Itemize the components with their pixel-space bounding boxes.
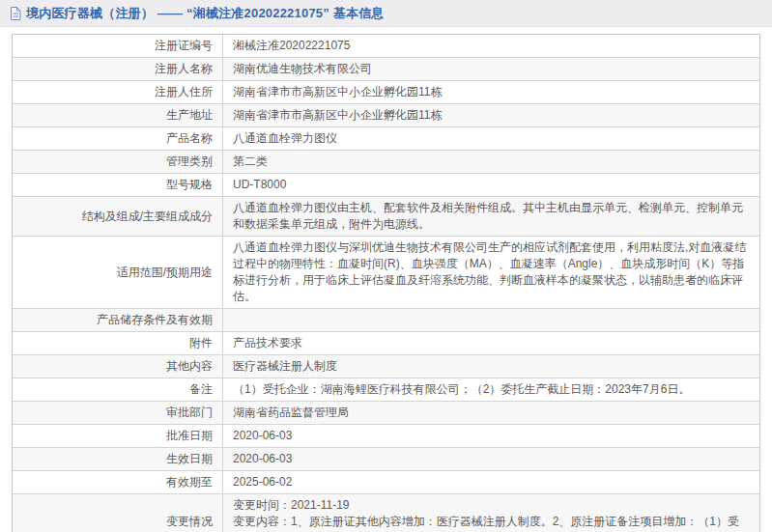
row-label-cell: 适用范围/预期用途: [13, 237, 223, 308]
table-row: 有效期至 2025-06-02: [13, 471, 759, 494]
row-value: 八通道血栓弹力图仪: [223, 127, 759, 150]
row-label: 变更情况: [166, 514, 213, 530]
row-label: 审批部门: [166, 405, 213, 421]
row-label: 生效日期: [166, 451, 213, 467]
row-value: 八通道血栓弹力图仪与深圳优迪生物技术有限公司生产的相应试剂配套使用，利用粘度法,…: [223, 237, 759, 308]
row-label-cell: 有效期至: [13, 471, 223, 493]
row-label-cell: 管理类别: [13, 151, 223, 173]
table-row: 其他内容 医疗器械注册人制度: [13, 355, 759, 378]
registration-info-table: 注册证编号 湘械注准20202221075 注册人名称 湖南优迪生物技术有限公司…: [12, 34, 760, 532]
row-label-cell: 注册证编号: [13, 35, 223, 57]
table-row: 结构及组成/主要组成成分 八通道血栓弹力图仪由主机、配套软件及相关附件组成。其中…: [13, 197, 759, 237]
row-label: 备注: [189, 381, 213, 398]
row-value: 2025-06-02: [223, 471, 759, 493]
row-value: 湖南优迪生物技术有限公司: [223, 58, 759, 80]
row-label: 产品名称: [166, 130, 213, 147]
row-label-cell: 附件: [13, 332, 223, 354]
row-label: 结构及组成/主要组成成分: [82, 209, 213, 225]
table-row: 备注 （1）受托企业：湖南海鲤医疗科技有限公司；（2）委托生产截止日期：2023…: [13, 378, 759, 402]
row-value: 2020-06-03: [223, 425, 759, 447]
row-value: 湖南省药品监督管理局: [223, 402, 759, 424]
row-label-cell: 审批部门: [13, 402, 223, 424]
row-value: 2020-06-03: [223, 448, 759, 470]
row-label: 批准日期: [166, 428, 213, 444]
table-row: 注册人住所 湖南省津市市高新区中小企业孵化园11栋: [13, 81, 759, 104]
row-value: 湖南省津市市高新区中小企业孵化园11栋: [223, 104, 759, 126]
table-row: 审批部门 湖南省药品监督管理局: [13, 402, 759, 425]
row-label-cell: 结构及组成/主要组成成分: [13, 197, 223, 236]
table-row: 变更情况 变更时间：2021-11-19 变更内容：1、原注册证其他内容增加：医…: [13, 494, 759, 532]
row-label: 管理类别: [166, 154, 213, 170]
row-label-cell: 型号规格: [13, 174, 223, 196]
row-label: 注册人名称: [155, 61, 213, 77]
row-value: UD-T8000: [223, 174, 759, 196]
row-label-cell: 生效日期: [13, 448, 223, 470]
table-row: 注册证编号 湘械注准20202221075: [13, 35, 759, 58]
row-label-cell: 注册人住所: [13, 81, 223, 103]
row-label-cell: 注册人名称: [13, 58, 223, 80]
row-value: [223, 309, 759, 331]
row-label: 注册证编号: [155, 38, 213, 54]
table-row: 产品储存条件及有效期: [13, 309, 759, 332]
row-label-cell: 变更情况: [13, 494, 223, 532]
row-value: （1）受托企业：湖南海鲤医疗科技有限公司；（2）委托生产截止日期：2023年7月…: [223, 378, 759, 401]
row-value: 第二类: [223, 151, 759, 173]
table-row: 注册人名称 湖南优迪生物技术有限公司: [13, 58, 759, 81]
table-row: 附件 产品技术要求: [13, 332, 759, 355]
page-title: 境内医疗器械（注册） —— “湘械注准20202221075” 基本信息: [26, 5, 385, 22]
row-label-cell: 产品储存条件及有效期: [13, 309, 223, 331]
table-row: 批准日期 2020-06-03: [13, 425, 759, 448]
row-value: 产品技术要求: [223, 332, 759, 354]
row-label: 注册人住所: [155, 84, 213, 100]
row-label: 适用范围/预期用途: [117, 265, 213, 281]
row-value: 湘械注准20202221075: [223, 35, 759, 57]
row-value: 医疗器械注册人制度: [223, 355, 759, 378]
table-row: 产品名称 八通道血栓弹力图仪: [13, 127, 759, 151]
row-label-cell: 生产地址: [13, 104, 223, 126]
document-icon: [10, 7, 21, 20]
row-label: 生产地址: [166, 107, 213, 124]
row-label-cell: 批准日期: [13, 425, 223, 447]
row-label-cell: 产品名称: [13, 127, 223, 150]
table-row: 生效日期 2020-06-03: [13, 448, 759, 471]
row-value: 变更时间：2021-11-19 变更内容：1、原注册证其他内容增加：医疗器械注册…: [223, 494, 759, 532]
title-bar: 境内医疗器械（注册） —— “湘械注准20202221075” 基本信息: [0, 0, 772, 27]
row-label-cell: 备注: [13, 378, 223, 401]
row-value: 湖南省津市市高新区中小企业孵化园11栋: [223, 81, 759, 103]
row-label: 附件: [189, 335, 213, 351]
row-label-cell: 其他内容: [13, 355, 223, 378]
table-row: 管理类别 第二类: [13, 151, 759, 174]
table-row: 型号规格 UD-T8000: [13, 174, 759, 197]
row-label: 其他内容: [166, 358, 213, 375]
row-value: 八通道血栓弹力图仪由主机、配套软件及相关附件组成。其中主机由显示单元、检测单元、…: [223, 197, 759, 236]
table-row: 生产地址 湖南省津市市高新区中小企业孵化园11栋: [13, 104, 759, 127]
table-row: 适用范围/预期用途 八通道血栓弹力图仪与深圳优迪生物技术有限公司生产的相应试剂配…: [13, 237, 759, 309]
row-label: 产品储存条件及有效期: [97, 312, 213, 328]
row-label: 有效期至: [166, 474, 213, 490]
row-label: 型号规格: [166, 177, 213, 193]
